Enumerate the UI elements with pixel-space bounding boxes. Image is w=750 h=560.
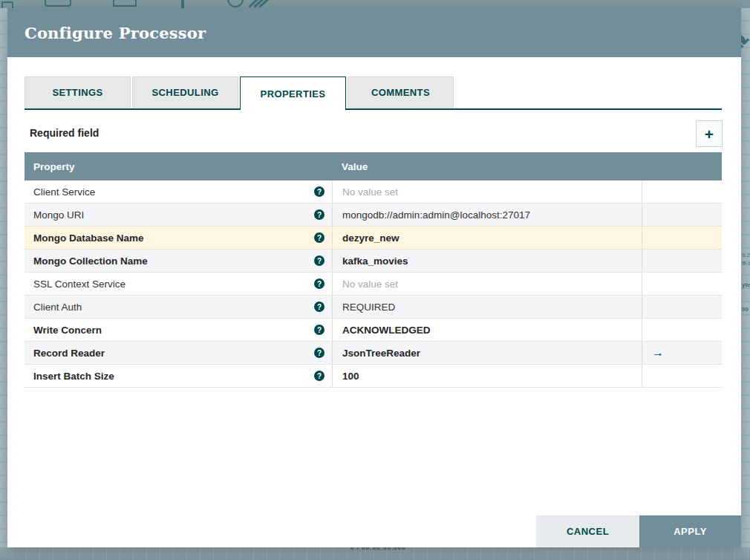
table-row: Record Reader? JsonTreeReader → (25, 342, 722, 365)
help-icon[interactable]: ? (314, 302, 325, 312)
column-header-property: Property (25, 161, 332, 172)
background-table-strip-right: ⟳ 9.2 ifi-s yte 00 (741, 8, 750, 547)
help-icon[interactable]: ? (314, 348, 325, 358)
dialog-tabs: SETTINGS SCHEDULING PROPERTIES COMMENTS (25, 76, 722, 110)
property-name: Client Auth (33, 302, 82, 313)
configure-processor-dialog: Configure Processor SETTINGS SCHEDULING … (7, 8, 741, 547)
property-value[interactable]: 100 (332, 365, 642, 387)
property-name: Mongo Database Name (33, 232, 144, 244)
property-value[interactable]: No value set (332, 180, 642, 203)
apply-button[interactable]: APPLY (639, 515, 741, 547)
properties-table: Property Value Client Service? No value … (25, 152, 722, 388)
property-name: Client Service (33, 186, 95, 198)
background-text-fragment: ifi-s (742, 260, 750, 267)
property-value[interactable]: JsonTreeReader (332, 342, 642, 364)
table-row: Client Auth? REQUIRED (25, 296, 722, 319)
background-text-fragment: 00 (742, 306, 749, 313)
table-row: SSL Context Service? No value set (25, 273, 722, 296)
add-property-button[interactable]: + (696, 120, 723, 147)
tab-properties[interactable]: PROPERTIES (240, 76, 346, 110)
refresh-icon: ⟳ (741, 29, 749, 55)
property-name: Mongo Collection Name (33, 255, 148, 267)
help-icon[interactable]: ? (314, 186, 325, 197)
help-icon[interactable]: ? (314, 325, 325, 335)
properties-table-header: Property Value (25, 152, 722, 180)
property-value[interactable]: kafka_movies (332, 250, 642, 272)
go-to-service-icon[interactable]: → (652, 346, 664, 359)
property-value[interactable]: ACKNOWLEDGED (332, 319, 642, 341)
tab-settings[interactable]: SETTINGS (25, 76, 131, 108)
process-group-icon-fragment (113, 0, 137, 7)
background-statusbar-strip: 0 / 00:00:00.000 (0, 547, 750, 560)
table-row: Insert Batch Size? 100 (25, 365, 722, 388)
port-icon-fragment (181, 0, 184, 8)
table-row: Client Service? No value set (25, 180, 722, 204)
property-name: Insert Batch Size (33, 371, 114, 382)
property-value[interactable]: dezyre_new (332, 227, 642, 249)
property-name: Mongo URI (33, 209, 84, 221)
property-name: SSL Context Service (33, 279, 125, 290)
property-value[interactable]: No value set (332, 273, 642, 295)
tab-scheduling[interactable]: SCHEDULING (132, 76, 238, 108)
cancel-button[interactable]: CANCEL (536, 515, 639, 547)
help-icon[interactable]: ? (314, 209, 325, 220)
table-row: Mongo Collection Name? kafka_movies (25, 250, 722, 273)
dialog-header: Configure Processor (7, 8, 741, 57)
column-header-value: Value (332, 161, 642, 172)
tab-comments[interactable]: COMMENTS (348, 76, 454, 108)
property-name: Record Reader (33, 348, 105, 359)
property-name: Write Concern (33, 325, 102, 336)
background-text-fragment: yte (742, 281, 750, 288)
table-row: Mongo URI? mongodb://admin:admin@localho… (25, 204, 722, 227)
help-icon[interactable]: ? (314, 279, 325, 289)
required-field-label: Required field (30, 127, 99, 139)
help-icon[interactable]: ? (314, 371, 325, 381)
help-icon[interactable]: ? (314, 232, 325, 243)
table-row: Write Concern? ACKNOWLEDGED (25, 319, 722, 342)
dialog-title: Configure Processor (25, 24, 206, 42)
property-value[interactable]: REQUIRED (332, 296, 642, 318)
property-value[interactable]: mongodb://admin:admin@localhost:27017 (332, 204, 642, 226)
background-text-fragment: 9.2 (742, 252, 750, 258)
funnel-icon-fragment (227, 0, 244, 7)
toolbar-icon-fragment (1, 1, 13, 8)
background-table-strip-left (0, 8, 7, 547)
tabs-underline (25, 108, 722, 110)
processor-icon-fragment (45, 0, 71, 7)
table-row: Mongo Database Name? dezyre_new (25, 227, 722, 250)
background-toolbar-strip (0, 0, 750, 8)
help-icon[interactable]: ? (314, 255, 325, 266)
